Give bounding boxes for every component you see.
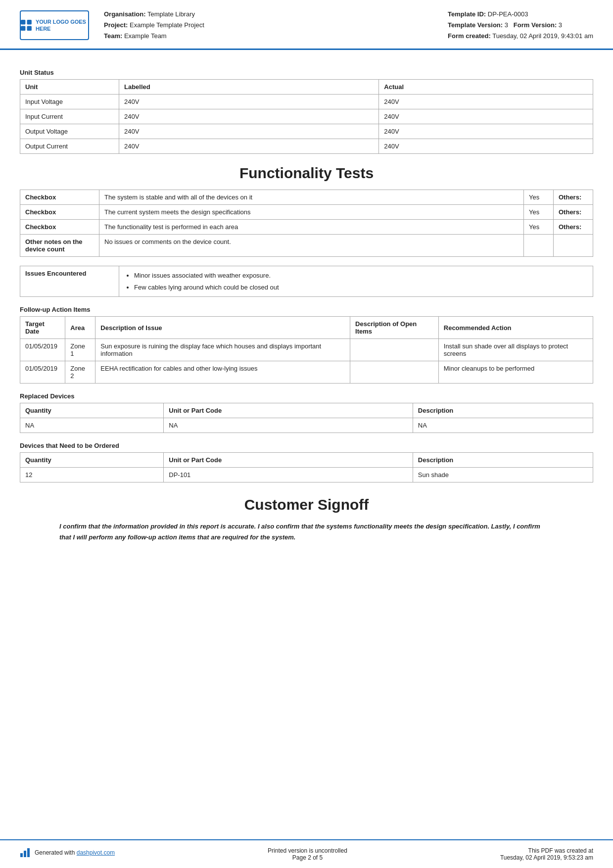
func-description: The current system meets the design spec… xyxy=(99,205,524,220)
func-label: Other notes on the device count xyxy=(20,235,99,257)
header-right: Template ID: DP-PEA-0003 Template Versio… xyxy=(448,9,593,42)
svg-rect-0 xyxy=(21,20,25,24)
page-number: Page 2 of 5 xyxy=(268,854,347,861)
followup-row: 01/05/2019Zone 2EEHA rectification for c… xyxy=(20,361,593,384)
func-others: Others: xyxy=(554,205,593,220)
template-id-label: Template ID: xyxy=(448,10,486,18)
func-others: Others: xyxy=(554,190,593,205)
func-value: Yes xyxy=(524,190,554,205)
form-created-line: Form created: Tuesday, 02 April 2019, 9:… xyxy=(448,31,593,42)
svg-rect-1 xyxy=(27,20,32,24)
issues-label: Issues Encountered xyxy=(20,266,119,297)
replaced-th-code: Unit or Part Code xyxy=(164,403,413,418)
actual-col-header: Actual xyxy=(379,80,593,95)
ordered-body: 12DP-101Sun shade xyxy=(20,468,593,482)
generated-text: Generated with xyxy=(35,849,75,856)
project-value: Example Template Project xyxy=(130,21,204,29)
followup-body: 01/05/2019Zone 1Sun exposure is ruining … xyxy=(20,339,593,384)
replaced-cell: NA xyxy=(413,418,593,433)
func-description: The system is stable and with all of the… xyxy=(99,190,524,205)
followup-description: EEHA rectification for cables and other … xyxy=(95,361,350,384)
ordered-th-desc: Description xyxy=(413,453,593,468)
followup-th-desc: Description of Issue xyxy=(95,317,350,339)
dashpivot-icon xyxy=(20,847,31,858)
followup-table: Target Date Area Description of Issue De… xyxy=(20,316,593,384)
ordered-cell: 12 xyxy=(20,468,164,482)
logo-box: YOUR LOGO GOES HERE xyxy=(20,10,89,40)
issues-list: Minor issues associated with weather exp… xyxy=(124,270,588,293)
func-row: Other notes on the device countNo issues… xyxy=(20,235,593,257)
unit-col-header: Unit xyxy=(20,80,119,95)
followup-recommended: Install sun shade over all displays to p… xyxy=(438,339,593,361)
func-others: Others: xyxy=(554,220,593,235)
header: YOUR LOGO GOES HERE Organisation: Templa… xyxy=(0,0,613,50)
ordered-th-code: Unit or Part Code xyxy=(164,453,413,468)
unit-status-cell: 240V xyxy=(119,124,379,139)
main-content: Unit Status Unit Labelled Actual Input V… xyxy=(0,50,613,839)
page: YOUR LOGO GOES HERE Organisation: Templa… xyxy=(0,0,613,868)
func-value: Yes xyxy=(524,205,554,220)
template-id-line: Template ID: DP-PEA-0003 xyxy=(448,9,593,20)
unit-status-cell: Output Voltage xyxy=(20,124,119,139)
version-line: Template Version: 3 Form Version: 3 xyxy=(448,20,593,31)
ordered-cell: Sun shade xyxy=(413,468,593,482)
team-label: Team: xyxy=(104,32,122,40)
form-created-label: Form created: xyxy=(448,32,491,40)
replaced-header-row: Quantity Unit or Part Code Description xyxy=(20,403,593,418)
pdf-label: This PDF was created at xyxy=(500,847,593,854)
unit-status-cell: Output Current xyxy=(20,139,119,154)
followup-open_items xyxy=(350,361,439,384)
issue-item: Few cables lying around which could be c… xyxy=(134,282,588,293)
ordered-row: 12DP-101Sun shade xyxy=(20,468,593,482)
unit-status-row: Output Current240V240V xyxy=(20,139,593,154)
func-description: No issues or comments on the device coun… xyxy=(99,235,524,257)
followup-target_date: 01/05/2019 xyxy=(20,339,65,361)
followup-area: Zone 2 xyxy=(65,361,95,384)
logo-icon xyxy=(21,18,32,32)
template-version-value: 3 xyxy=(505,21,508,29)
followup-target_date: 01/05/2019 xyxy=(20,361,65,384)
replaced-body: NANANA xyxy=(20,418,593,433)
issues-table: Issues Encountered Minor issues associat… xyxy=(20,266,593,297)
project-line: Project: Example Template Project xyxy=(104,20,448,31)
dashpivot-link[interactable]: dashpivot.com xyxy=(77,849,115,856)
followup-area: Zone 1 xyxy=(65,339,95,361)
unit-status-row: Input Voltage240V240V xyxy=(20,95,593,109)
header-middle: Organisation: Template Library Project: … xyxy=(104,9,448,42)
form-created-value: Tuesday, 02 April 2019, 9:43:01 am xyxy=(492,32,593,40)
ordered-cell: DP-101 xyxy=(164,468,413,482)
svg-rect-5 xyxy=(24,851,26,857)
replaced-th-qty: Quantity xyxy=(20,403,164,418)
func-label: Checkbox xyxy=(20,220,99,235)
issue-item: Minor issues associated with weather exp… xyxy=(134,270,588,281)
unit-status-cell: 240V xyxy=(379,139,593,154)
func-row: CheckboxThe system is stable and with al… xyxy=(20,190,593,205)
svg-rect-6 xyxy=(27,848,30,857)
func-others xyxy=(554,235,593,257)
func-body: CheckboxThe system is stable and with al… xyxy=(20,190,593,257)
unit-status-table: Unit Labelled Actual Input Voltage240V24… xyxy=(20,79,593,154)
unit-status-cell: 240V xyxy=(119,139,379,154)
footer: Generated with dashpivot.com Printed ver… xyxy=(0,839,613,868)
followup-header-row: Target Date Area Description of Issue De… xyxy=(20,317,593,339)
issues-content: Minor issues associated with weather exp… xyxy=(119,266,593,297)
unit-status-cell: 240V xyxy=(379,124,593,139)
svg-rect-4 xyxy=(20,853,23,857)
ordered-devices-title: Devices that Need to be Ordered xyxy=(20,442,593,449)
unit-status-cell: Input Voltage xyxy=(20,95,119,109)
replaced-row: NANANA xyxy=(20,418,593,433)
logo-text: YOUR LOGO GOES HERE xyxy=(36,18,88,33)
followup-title: Follow-up Action Items xyxy=(20,306,593,313)
followup-th-date: Target Date xyxy=(20,317,65,339)
unit-status-title: Unit Status xyxy=(20,69,593,76)
unit-status-row: Output Voltage240V240V xyxy=(20,124,593,139)
footer-right: This PDF was created at Tuesday, 02 Apri… xyxy=(500,847,593,861)
org-label: Organisation: xyxy=(104,10,146,18)
org-line: Organisation: Template Library xyxy=(104,9,448,20)
unit-status-row: Input Current240V240V xyxy=(20,109,593,124)
pdf-date: Tuesday, 02 April 2019, 9:53:23 am xyxy=(500,854,593,861)
issues-row: Issues Encountered Minor issues associat… xyxy=(20,266,593,297)
func-label: Checkbox xyxy=(20,190,99,205)
unit-status-cell: 240V xyxy=(379,109,593,124)
org-value: Template Library xyxy=(147,10,195,18)
